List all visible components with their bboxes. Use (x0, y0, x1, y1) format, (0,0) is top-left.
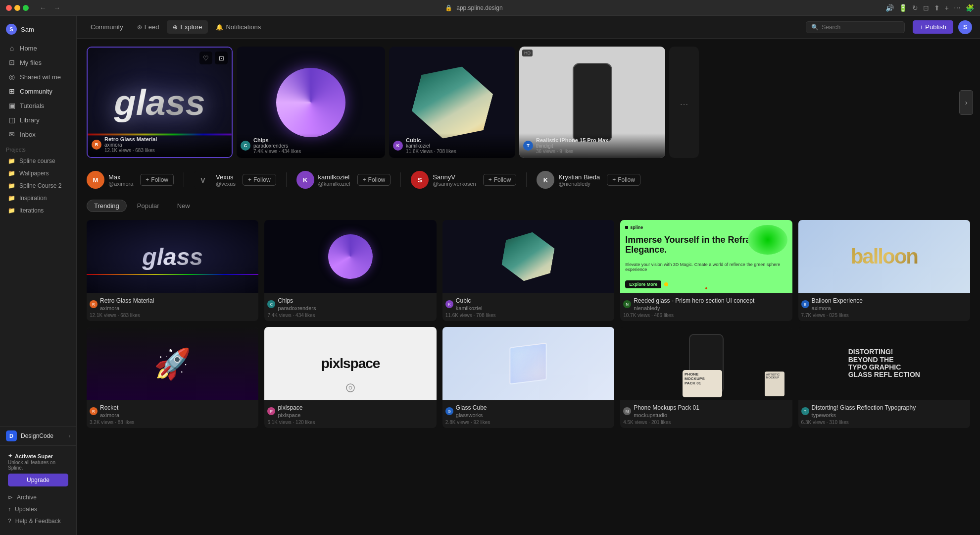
sidebar-item-tutorials[interactable]: ▣ Tutorials (2, 99, 74, 112)
user-profile[interactable]: S Sam (0, 20, 76, 41)
sidebar-project-wallpapers[interactable]: 📁 Wallpapers (2, 167, 74, 179)
sidebar-item-archive[interactable]: ⊳ Archive (2, 491, 74, 503)
grid-title-reeded: Reeded glass - Prism hero section UI con… (634, 297, 754, 304)
follow-button-vexus[interactable]: + Follow (243, 174, 276, 186)
follow-button-max[interactable]: + Follow (140, 174, 174, 186)
sidebar: S Sam ⌂ Home ⊡ My files ◎ Shared wit me … (0, 16, 77, 535)
chips-info-text: Chips paradoxrenders 7.4K views · 434 li… (253, 137, 381, 154)
grid-title-phone: Phone Mockups Pack 01 (634, 404, 699, 411)
follow-info-sanny: SannyV @sanny.verkosen (433, 173, 476, 187)
tab-feed[interactable]: ⊛ Feed (131, 20, 165, 34)
help-label: Help & Feedback (15, 518, 61, 525)
grid-card-pixelspace[interactable]: pixlspace P pixlspace pixlspace (264, 327, 436, 428)
like-button[interactable]: ♡ (199, 52, 212, 64)
follow-button-kamil[interactable]: + Follow (357, 174, 391, 186)
follow-item-kamil[interactable]: K kamilkoziel @kamilkoziel + Follow (296, 171, 391, 189)
upgrade-button[interactable]: Upgrade (8, 474, 68, 486)
filter-tab-popular[interactable]: Popular (130, 200, 167, 212)
featured-card-glass[interactable]: glass ♡ ⊡ R Retro Glass Material aximora… (87, 47, 233, 158)
follow-item-sanny[interactable]: S SannyV @sanny.verkosen + Follow (411, 171, 516, 189)
sidebar-item-my-files[interactable]: ⊡ My files (2, 55, 74, 69)
grid-author-typography: typeworks (812, 412, 916, 418)
sidebar-item-community[interactable]: ⊞ Community (2, 84, 74, 98)
grid-card-reeded[interactable]: spline Immerse Yourself in the Refracted… (620, 220, 792, 321)
search-input[interactable] (822, 24, 899, 31)
grid-stats-chips: 7.4K views · 434 likes (267, 313, 433, 318)
tutorials-icon: ▣ (8, 102, 16, 109)
follow-button-sanny[interactable]: + Follow (483, 174, 517, 186)
carousel-next-button[interactable]: › (959, 90, 973, 115)
grid-header-glass: R Retro Glass Material aximora (90, 297, 255, 311)
follow-button-krystian[interactable]: + Follow (607, 174, 640, 186)
search-bar[interactable]: 🔍 (806, 21, 905, 33)
cast-icon[interactable]: ⊡ (923, 4, 929, 12)
featured-card-chips[interactable]: C Chips paradoxrenders 7.4K views · 434 … (237, 47, 385, 158)
sidebar-project-inspiration[interactable]: 📁 Inspiration (2, 192, 74, 204)
follow-info-vexus: Vexus @vexus (216, 173, 236, 187)
publish-button[interactable]: + Publish (913, 20, 953, 34)
extensions-icon[interactable]: 🧩 (966, 4, 974, 12)
grid-card-typography[interactable]: DISTORTING!BEYOND THETYPO GRAPHICGLASS R… (798, 327, 970, 428)
filter-tab-new[interactable]: New (170, 200, 197, 212)
share-icon[interactable]: ⬆ (934, 4, 940, 12)
tab-explore[interactable]: ⊕ Explore (167, 20, 208, 34)
forward-button[interactable]: → (51, 3, 62, 13)
more-icon[interactable]: ⋯ (954, 4, 961, 12)
grid-title-typography: Distorting! Glass Reflection Typography (812, 404, 916, 411)
follow-item-krystian[interactable]: K Krystian Bieda @nienabledy + Follow (537, 171, 640, 189)
grid-card-phone[interactable]: PHONE MOCKUPS PACK 01 ARTISTIC MOCKUP (620, 327, 792, 428)
grid-text-rocket: Rocket aximora (100, 404, 119, 418)
featured-card-iphone[interactable]: T Realistic iPhone 15 Pro Max thindigit … (519, 47, 665, 158)
grid-typography-text: DISTORTING!BEYOND THETYPO GRAPHICGLASS R… (844, 344, 924, 383)
minimize-dot[interactable] (14, 5, 20, 11)
volume-icon[interactable]: 🔊 (885, 4, 894, 12)
follow-item-vexus[interactable]: V Vexus @vexus + Follow (194, 171, 276, 189)
sidebar-project-spline-course[interactable]: 📁 Spline course (2, 155, 74, 167)
grid-text-typography: Distorting! Glass Reflection Typography … (812, 404, 916, 418)
workspace-item[interactable]: D DesignCode › (0, 426, 76, 445)
iphone-mockup (573, 63, 612, 142)
maximize-dot[interactable] (23, 5, 29, 11)
grid-cubic-shape (500, 228, 557, 285)
sidebar-item-inbox[interactable]: ✉ Inbox (2, 127, 74, 141)
follow-avatar-vexus: V (194, 171, 212, 189)
grid-card-chips[interactable]: C Chips paradoxrenders 7.4K views · 434 … (264, 220, 436, 321)
user-avatar-top[interactable]: S (958, 20, 972, 34)
cubic-author: kamilkoziel (406, 143, 511, 149)
grid-text-cube-clear: Glass Cube glassworks (456, 404, 487, 418)
featured-card-partial[interactable]: … (669, 47, 699, 158)
chips-author: paradoxrenders (253, 143, 381, 149)
sidebar-item-library[interactable]: ◫ Library (2, 113, 74, 127)
grid-green-wave (748, 225, 787, 255)
grid-card-glass[interactable]: glass R Retro Glass Material aximora 12.… (87, 220, 258, 321)
grid-card-cubic[interactable]: K Cubic kamilkoziel 11.6K views · 708 li… (442, 220, 614, 321)
close-dot[interactable] (6, 5, 12, 11)
grid-title-pixelspace: pixlspace (278, 404, 302, 411)
sidebar-item-home[interactable]: ⌂ Home (2, 41, 74, 55)
grid-card-cube-clear[interactable]: G Glass Cube glassworks 2.8K views · 92 … (442, 327, 614, 428)
grid-card-balloon[interactable]: balloon B Balloon Experience aximora 7.7… (798, 220, 970, 321)
follow-info-krystian: Krystian Bieda @nienabledy (558, 173, 600, 187)
filter-tab-trending[interactable]: Trending (87, 200, 127, 212)
featured-card-cubic[interactable]: K Cubic kamilkoziel 11.6K views · 708 li… (389, 47, 515, 158)
tab-community[interactable]: Community (85, 20, 129, 34)
grid-title-cubic: Cubic (456, 297, 483, 304)
follow-label-3: Follow (368, 176, 386, 183)
grid-card-rocket[interactable]: 🚀 R Rocket aximora 3.2K views · 88 likes (87, 327, 258, 428)
sidebar-project-iterations[interactable]: 📁 Iterations (2, 205, 74, 216)
sidebar-item-shared-with-me[interactable]: ◎ Shared wit me (2, 70, 74, 84)
add-tab-icon[interactable]: + (945, 4, 949, 12)
refresh-icon[interactable]: ↻ (912, 4, 918, 12)
sidebar-item-help[interactable]: ? Help & Feedback (2, 515, 74, 527)
grid-info-reeded: N Reeded glass - Prism hero section UI c… (620, 293, 792, 321)
sidebar-item-updates[interactable]: ↑ Updates (2, 503, 74, 515)
vexus-avatar-svg: V (194, 171, 212, 189)
iphone-author-avatar: T (523, 141, 533, 151)
follow-item-max[interactable]: M Max @aximora + Follow (87, 171, 174, 189)
sidebar-project-spline-course-2[interactable]: 📁 Spline Course 2 (2, 180, 74, 192)
copy-button[interactable]: ⊡ (215, 52, 228, 64)
tab-notifications[interactable]: 🔔 Notifications (210, 20, 267, 34)
sidebar-item-library-label: Library (20, 116, 40, 124)
content-area[interactable]: glass ♡ ⊡ R Retro Glass Material aximora… (77, 39, 980, 535)
back-button[interactable]: ← (38, 3, 49, 13)
